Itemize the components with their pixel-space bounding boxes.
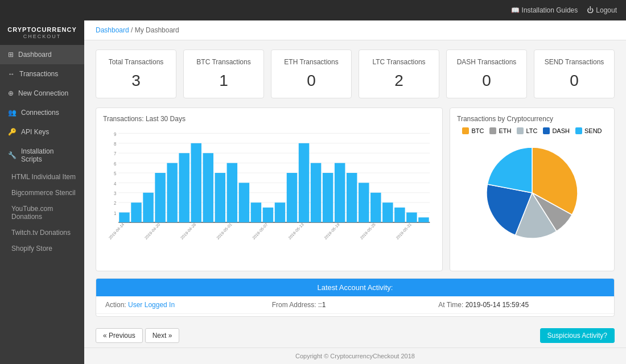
- sidebar-item-api-keys[interactable]: 🔑 API Keys: [0, 122, 84, 142]
- svg-text:2: 2: [114, 201, 117, 206]
- svg-rect-44: [335, 163, 345, 222]
- activity-row-1: Action: User Created Connection From Add…: [96, 314, 614, 317]
- svg-text:7: 7: [114, 151, 117, 156]
- svg-text:2019-04-26: 2019-04-26: [180, 222, 196, 241]
- svg-text:2019-04-14: 2019-04-14: [108, 222, 125, 241]
- svg-rect-46: [347, 173, 357, 222]
- logo-sub: CHECKOUT: [5, 34, 80, 39]
- svg-text:2019-05-31: 2019-05-31: [396, 222, 412, 241]
- svg-rect-42: [311, 163, 321, 222]
- time-col-0: At Time: 2019-05-14 15:59:45: [438, 301, 605, 309]
- legend-item-btc: BTC: [462, 127, 484, 134]
- bar-chart-container: 1234567892019-04-142019-04-202019-04-262…: [103, 127, 435, 264]
- new-connection-icon: ⊕: [8, 89, 14, 97]
- svg-text:6: 6: [114, 162, 117, 167]
- svg-rect-30: [203, 153, 213, 222]
- install-scripts-icon: 🔧: [8, 151, 17, 159]
- svg-rect-24: [155, 173, 165, 222]
- svg-rect-20: [119, 213, 129, 222]
- pie-chart-container: BTCETHLTCDASHSEND: [457, 127, 607, 241]
- svg-rect-47: [359, 183, 369, 222]
- logout-icon: ⏻: [587, 6, 594, 14]
- action-col-0: Action: User Logged In: [105, 301, 272, 309]
- svg-rect-26: [167, 163, 177, 222]
- svg-text:3: 3: [114, 191, 117, 196]
- stat-card-3: LTC Transactions 2: [359, 49, 439, 98]
- suspicious-activity-button[interactable]: Suspicious Activity?: [540, 328, 615, 343]
- stat-value-3: 2: [365, 72, 433, 90]
- logo-main: CRYPTOCURRENCY: [5, 26, 80, 34]
- svg-rect-50: [382, 202, 393, 222]
- svg-text:9: 9: [114, 131, 117, 136]
- stat-label-4: DASH Transactions: [452, 58, 521, 66]
- stat-label-3: LTC Transactions: [365, 58, 433, 66]
- bar-chart-card: Transactions: Last 30 Days 1234567892019…: [96, 107, 443, 271]
- svg-rect-51: [394, 208, 405, 222]
- sidebar-sub-twitch[interactable]: Twitch.tv Donations: [0, 225, 84, 241]
- legend-item-ltc: LTC: [517, 127, 537, 134]
- svg-text:4: 4: [114, 181, 117, 186]
- stats-row: Total Transactions 3BTC Transactions 1ET…: [84, 40, 626, 107]
- legend-item-eth: ETH: [489, 127, 511, 134]
- stat-value-2: 0: [277, 72, 345, 90]
- svg-rect-43: [323, 173, 333, 222]
- sidebar-item-transactions[interactable]: ↔ Transactions: [0, 64, 84, 84]
- svg-rect-39: [287, 173, 297, 222]
- svg-rect-31: [215, 173, 225, 222]
- svg-text:2019-05-07: 2019-05-07: [252, 222, 268, 241]
- sidebar-item-dashboard[interactable]: ⊞ Dashboard: [0, 45, 84, 64]
- svg-rect-27: [179, 153, 189, 222]
- sidebar-sub-html-item[interactable]: HTML Individual Item: [0, 169, 84, 185]
- pagination-row: « Previous Next » Suspicious Activity?: [84, 324, 626, 348]
- main-content: Dashboard / My Dashboard Total Transacti…: [84, 20, 626, 364]
- installation-guides-link[interactable]: 📖 Installation Guides: [511, 6, 578, 14]
- sidebar-sub-bigcommerce[interactable]: Bigcommerce Stencil: [0, 185, 84, 201]
- stat-card-1: BTC Transactions 1: [183, 49, 264, 98]
- svg-text:8: 8: [114, 142, 117, 147]
- sidebar-item-connections[interactable]: 👥 Connections: [0, 103, 84, 122]
- svg-rect-28: [191, 143, 201, 222]
- legend-item-dash: DASH: [543, 127, 570, 134]
- breadcrumb-current: My Dashboard: [135, 26, 179, 34]
- prev-button[interactable]: « Previous: [96, 328, 143, 343]
- breadcrumb: Dashboard / My Dashboard: [84, 20, 626, 40]
- svg-text:2019-05-13: 2019-05-13: [287, 222, 304, 241]
- charts-row: Transactions: Last 30 Days 1234567892019…: [84, 107, 626, 278]
- svg-text:2019-04-20: 2019-04-20: [144, 222, 160, 241]
- stat-value-0: 3: [102, 72, 170, 90]
- next-button[interactable]: Next »: [145, 328, 180, 343]
- dashboard-icon: ⊞: [8, 51, 14, 59]
- sidebar-logo: CRYPTOCURRENCY CHECKOUT: [0, 20, 84, 45]
- sidebar: CRYPTOCURRENCY CHECKOUT ⊞ Dashboard ↔ Tr…: [0, 20, 84, 364]
- activity-row-0: Action: User Logged In From Address: ::1…: [96, 296, 614, 314]
- logout-link[interactable]: ⏻ Logout: [587, 6, 617, 14]
- svg-rect-32: [227, 163, 237, 222]
- transactions-icon: ↔: [8, 70, 15, 78]
- api-keys-icon: 🔑: [8, 128, 17, 136]
- topbar: 📖 Installation Guides ⏻ Logout: [0, 0, 626, 20]
- breadcrumb-dashboard[interactable]: Dashboard: [96, 26, 129, 34]
- stat-value-1: 1: [190, 72, 258, 90]
- svg-rect-48: [370, 193, 381, 222]
- pie-legend: BTCETHLTCDASHSEND: [462, 127, 602, 134]
- pie-chart-card: Transactions by Cryptocurrency BTCETHLTC…: [450, 107, 615, 271]
- stat-value-5: 0: [540, 72, 608, 90]
- activity-header: Latest Account Activity:: [96, 279, 614, 296]
- sidebar-item-new-connection[interactable]: ⊕ New Connection: [0, 84, 84, 103]
- activity-section: Latest Account Activity: Action: User Lo…: [96, 278, 615, 317]
- svg-rect-38: [275, 202, 285, 222]
- svg-rect-23: [143, 193, 153, 222]
- svg-text:2019-05-01: 2019-05-01: [216, 222, 232, 241]
- stat-label-1: BTC Transactions: [190, 58, 258, 66]
- svg-text:2019-05-25: 2019-05-25: [360, 222, 376, 241]
- stat-label-0: Total Transactions: [102, 58, 170, 66]
- svg-text:2019-05-19: 2019-05-19: [323, 222, 340, 241]
- svg-rect-36: [263, 208, 273, 222]
- stat-card-4: DASH Transactions 0: [446, 49, 527, 98]
- sidebar-sub-youtube[interactable]: YouTube.com Donations: [0, 201, 84, 225]
- svg-rect-34: [239, 183, 249, 222]
- svg-text:5: 5: [114, 171, 117, 176]
- sidebar-item-installation-scripts[interactable]: 🔧 Installation Scripts: [0, 142, 84, 169]
- from-col-0: From Address: ::1: [272, 301, 439, 309]
- sidebar-sub-shopify[interactable]: Shopify Store: [0, 241, 84, 257]
